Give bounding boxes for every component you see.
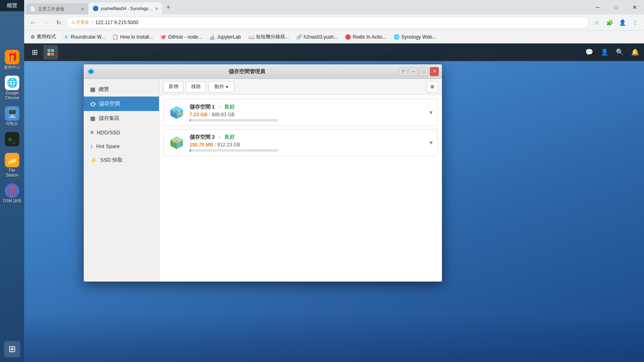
storage-window-minimize-button[interactable]: ─: [409, 67, 418, 76]
overview-nav-label: 總覽: [99, 86, 109, 93]
storage-item-2-header[interactable]: 儲存空間 2 - 良好 192.70 MB / 912.23 GB: [164, 130, 438, 156]
ssd-cache-nav-icon: ⚡: [90, 157, 97, 163]
bookmark-h2nas[interactable]: 🔗 h2nas03.yush...: [293, 32, 341, 42]
storage-item-2-usage: 192.70 MB / 912.23 GB: [190, 142, 425, 148]
storage-window-title: 儲存空間管理員: [95, 68, 398, 75]
storage-item-1-name: 儲存空間 1 - 良好: [190, 103, 425, 111]
dsm-storage-taskbar-btn[interactable]: [43, 45, 58, 60]
apps-grid-icon: ⊞: [8, 344, 16, 354]
storage-window-help-button[interactable]: ?: [398, 67, 407, 76]
dsm-help-icon: ❓: [5, 183, 19, 198]
storage-item-2-progress-bar: [190, 149, 191, 152]
bookmark-h2nas-icon: 🔗: [296, 34, 302, 40]
nav-item-ssd-cache[interactable]: ⚡ SSD 快取: [84, 153, 159, 167]
add-button[interactable]: 新增: [163, 81, 184, 93]
nav-item-volume[interactable]: ▦ 儲存集區: [84, 111, 159, 125]
storage-item-2-info: 儲存空間 2 - 良好 192.70 MB / 912.23 GB: [190, 134, 425, 152]
storage-window-close-button[interactable]: ✕: [430, 67, 439, 76]
bookmark-roundcube-icon: 📧: [63, 34, 69, 40]
nav-reload-button[interactable]: ↻: [53, 17, 64, 28]
address-text: 122.117.9.215:5000: [95, 20, 138, 25]
dsm-apps-button[interactable]: ⊞: [27, 45, 42, 60]
bookmark-jupyter-icon: 🔬: [209, 34, 215, 40]
storage-window-titlebar: 儲存空間管理員 ? ─ □ ✕: [84, 64, 442, 79]
storage-item-1: 儲存空間 1 - 良好 7.23 GB / 889.83 GB: [163, 99, 438, 126]
action-button[interactable]: 動作 ▾: [208, 81, 234, 93]
bookmark-apps[interactable]: ⚙ 應用程式: [27, 32, 59, 42]
bookmark-roundcube-label: Roundcube W...: [71, 34, 105, 40]
storage-main-content: 新增 移除 動作 ▾ ≡: [159, 79, 442, 282]
storage-window-maximize-button[interactable]: □: [419, 67, 428, 76]
bookmark-short[interactable]: 📖 短短幾分鐘就...: [245, 32, 292, 42]
nav-forward-button[interactable]: →: [40, 17, 52, 28]
storage-item-1-expand[interactable]: ▾: [429, 109, 433, 116]
desktop-icon-chrome[interactable]: 🌐 Google Chrome: [2, 74, 23, 102]
bookmarks-bar: ⚙ 應用程式 📧 Roundcube W... 📋 How to Install…: [24, 31, 644, 43]
storage-item-2: 儲存空間 2 - 良好 192.70 MB / 912.23 GB: [163, 129, 438, 156]
storage-item-1-header[interactable]: 儲存空間 1 - 良好 7.23 GB / 889.83 GB: [164, 99, 438, 125]
package-center-icon: 🎁: [5, 50, 19, 64]
desktop-icon-control-panel[interactable]: 🖥️ 控制台: [2, 105, 23, 128]
desktop-icon-package-center[interactable]: 🎁 套件中心: [2, 48, 23, 72]
storage-item-1-icon: [169, 105, 185, 121]
nav-back-button[interactable]: ←: [27, 17, 39, 28]
nav-item-hot-spare[interactable]: ↓ Hot Spare: [84, 139, 159, 153]
hdd-nav-label: HDD/SSD: [97, 130, 120, 136]
os-corner: 概覽: [0, 0, 24, 11]
bookmark-howto-label: How to Install...: [120, 34, 153, 40]
svg-rect-3: [51, 53, 54, 56]
storage-item-1-progress-bar: [190, 119, 190, 121]
bookmark-github[interactable]: 🐙 GitHub - node...: [157, 32, 205, 42]
dsm-user-button[interactable]: 👤: [599, 47, 610, 58]
hot-spare-nav-icon: ↓: [90, 143, 93, 149]
desktop-icon-terminal[interactable]: >_: [2, 130, 23, 149]
svg-rect-0: [47, 49, 50, 52]
bookmark-apps-label: 應用程式: [37, 33, 56, 40]
terminal-icon: >_: [5, 132, 19, 146]
nav-item-overview[interactable]: ▦ 總覽: [84, 82, 159, 97]
hot-spare-nav-label: Hot Spare: [96, 143, 120, 149]
os-logo: 概覽: [7, 2, 17, 9]
dsm-search-button[interactable]: 🔍: [614, 47, 625, 58]
package-center-label: 套件中心: [4, 65, 20, 70]
bookmark-github-label: GitHub - node...: [168, 34, 202, 40]
storage-nav: ▦ 總覽 儲存空間: [84, 79, 159, 282]
dsm-topbar: ⊞ 💬 👤 🔍 🔔: [24, 43, 644, 61]
bookmark-jupyter[interactable]: 🔬 JupyterLab: [206, 32, 244, 42]
bookmark-synology-icon: 🌐: [394, 34, 400, 40]
profile-button[interactable]: 👤: [617, 17, 628, 28]
bookmark-roundcube[interactable]: 📧 Roundcube W...: [60, 32, 108, 42]
hdd-nav-icon: ≡: [90, 129, 93, 136]
dsm-notifications-button[interactable]: 🔔: [630, 47, 641, 58]
bookmark-star-button[interactable]: ☆: [591, 17, 602, 28]
bookmark-jupyter-label: JupyterLab: [217, 34, 241, 40]
chrome-icon: 🌐: [5, 76, 19, 90]
warning-icon: ⚠: [71, 20, 75, 25]
extension-puzzle-icon[interactable]: 🧩: [604, 17, 615, 28]
storage-item-1-info: 儲存空間 1 - 良好 7.23 GB / 889.83 GB: [190, 103, 425, 121]
nav-item-storage-pool[interactable]: 儲存空間: [84, 97, 159, 111]
volume-nav-label: 儲存集區: [99, 115, 120, 122]
browser-menu-button[interactable]: ⋮: [630, 17, 641, 28]
bookmark-redis[interactable]: 🔴 Redis In Actio...: [342, 32, 389, 42]
desktop-icon-dsm-help[interactable]: ❓ DSM 說明: [2, 182, 23, 205]
bookmark-redis-label: Redis In Actio...: [353, 34, 386, 40]
desktop-icon-file-station[interactable]: 📂 File Station: [2, 151, 23, 179]
bottom-gradient: [24, 314, 644, 362]
security-warning: ⚠ 不安全: [71, 19, 89, 25]
list-view-button[interactable]: ≡: [427, 81, 438, 93]
nav-item-hdd[interactable]: ≡ HDD/SSD: [84, 125, 159, 139]
bookmark-github-icon: 🐙: [160, 34, 166, 40]
address-bar[interactable]: ⚠ 不安全 | 122.117.9.215:5000: [66, 16, 589, 29]
synology-taskbar-logo: [47, 48, 55, 56]
storage-item-1-usage: 7.23 GB / 889.83 GB: [190, 112, 425, 117]
storage-item-2-expand[interactable]: ▾: [429, 139, 433, 146]
dsm-content-area: ⊞ 💬 👤 🔍 🔔: [24, 43, 644, 362]
dsm-chat-button[interactable]: 💬: [584, 47, 595, 58]
bookmark-howto[interactable]: 📋 How to Install...: [109, 32, 156, 42]
bookmark-synology[interactable]: 🌐 Synology Web...: [390, 32, 440, 42]
warning-text: 不安全: [76, 19, 89, 25]
footer-apps-button[interactable]: ⊞: [4, 341, 20, 357]
bookmark-howto-icon: 📋: [112, 34, 118, 40]
remove-button[interactable]: 移除: [186, 81, 206, 93]
